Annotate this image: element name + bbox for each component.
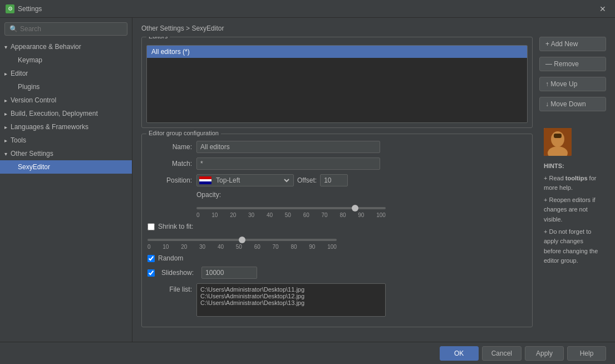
sidebar-item-sexy-editor[interactable]: SexyEditor xyxy=(0,160,132,174)
editors-list[interactable]: All editors (*) xyxy=(146,45,528,123)
right-section: + Add New — Remove ↑ Move Up ↓ Move Down xyxy=(539,37,606,333)
shrink-slider[interactable] xyxy=(147,239,337,241)
position-select[interactable]: Top-Left Top-Right Bottom-Left Bottom-Ri… xyxy=(214,176,291,185)
name-row: Name: xyxy=(147,141,527,153)
file-list-box[interactable]: C:\Users\Administrator\Desktop\11.jpg C:… xyxy=(196,283,386,317)
sidebar-item-label: Build, Execution, Deployment xyxy=(11,110,98,117)
left-section: Editors All editors (*) Editor group con… xyxy=(141,37,533,333)
sidebar-item-languages[interactable]: ▸ Languages & Frameworks xyxy=(0,120,132,134)
position-row: Position: xyxy=(147,174,527,186)
slideshow-input[interactable] xyxy=(201,267,257,279)
shrink-checkbox-row: Shrink to fit: xyxy=(147,223,193,230)
search-input[interactable] xyxy=(20,25,122,33)
expand-icon: ▸ xyxy=(4,111,7,117)
position-controls: Top-Left Top-Right Bottom-Left Bottom-Ri… xyxy=(196,174,348,186)
sidebar-item-label: Tools xyxy=(11,136,26,144)
help-button[interactable]: Help xyxy=(567,346,606,361)
file-list-item[interactable]: C:\Users\Administrator\Desktop\13.jpg xyxy=(200,299,382,306)
sidebar-item-appearance[interactable]: ▾ Appearance & Behavior xyxy=(0,40,132,53)
shrink-label[interactable]: Shrink to fit: xyxy=(158,223,193,230)
main-content: 🔍 ▾ Appearance & Behavior Keymap ▸ Edito… xyxy=(0,18,615,342)
slideshow-label[interactable]: Slideshow: xyxy=(161,269,194,277)
hints-avatar xyxy=(544,128,572,156)
file-list-item[interactable]: C:\Users\Administrator\Desktop\12.jpg xyxy=(200,293,382,299)
expand-icon: ▸ xyxy=(4,124,7,130)
sidebar-item-plugins[interactable]: Plugins xyxy=(0,80,132,94)
sidebar-item-tools[interactable]: ▸ Tools xyxy=(0,134,132,147)
expand-icon: ▾ xyxy=(4,151,7,157)
editors-group: Editors All editors (*) xyxy=(141,37,533,128)
offset-input[interactable] xyxy=(320,174,348,186)
add-new-button[interactable]: + Add New xyxy=(539,37,606,51)
expand-icon: ▸ xyxy=(4,137,7,144)
remove-button[interactable]: — Remove xyxy=(539,57,606,71)
main-panel: Other Settings > SexyEditor Editors All … xyxy=(132,18,615,342)
opacity-row: Opacity: 01020 304050 607080 90100 xyxy=(147,191,527,218)
match-label: Match: xyxy=(147,160,192,168)
expand-icon: ▸ xyxy=(4,71,7,77)
shrink-checkbox[interactable] xyxy=(147,223,155,230)
flag-icon xyxy=(199,176,211,184)
sidebar-item-label: Plugins xyxy=(18,83,40,91)
move-up-button[interactable]: ↑ Move Up xyxy=(539,77,606,91)
file-list-item[interactable]: C:\Users\Administrator\Desktop\11.jpg xyxy=(200,286,382,293)
shrink-tick-labels: 01020 304050 607080 90100 xyxy=(147,244,337,250)
hints-box: HINTS: + Read tooltips for more help. + … xyxy=(539,124,606,270)
match-input[interactable] xyxy=(196,158,380,170)
position-label: Position: xyxy=(147,176,192,184)
opacity-inner: Opacity: xyxy=(196,191,527,199)
window-title: Settings xyxy=(18,5,596,13)
opacity-label: Opacity: xyxy=(196,191,221,199)
name-input[interactable] xyxy=(196,141,380,153)
apply-button[interactable]: Apply xyxy=(525,346,564,361)
sidebar-item-label: SexyEditor xyxy=(18,163,50,171)
offset-label: Offset: xyxy=(297,176,317,184)
sidebar-item-label: Other Settings xyxy=(11,150,53,158)
svg-rect-0 xyxy=(199,176,211,179)
search-box[interactable]: 🔍 xyxy=(4,22,127,36)
shrink-slider-container: 01020 304050 607080 90100 xyxy=(147,235,337,250)
svg-rect-1 xyxy=(199,179,211,181)
sidebar-item-version-control[interactable]: ▸ Version Control xyxy=(0,94,132,107)
editor-item[interactable]: All editors (*) xyxy=(147,46,527,58)
opacity-tick-labels: 01020 304050 607080 90100 xyxy=(196,212,386,218)
sidebar-item-label: Appearance & Behavior xyxy=(11,43,81,51)
opacity-slider[interactable] xyxy=(196,207,386,209)
random-checkbox[interactable] xyxy=(147,255,155,262)
slideshow-row: Slideshow: xyxy=(147,267,527,279)
title-bar: ⚙ Settings ✕ xyxy=(0,0,615,18)
settings-window: ⚙ Settings ✕ 🔍 ▾ Appearance & Behavior K… xyxy=(0,0,615,364)
sidebar-item-label: Languages & Frameworks xyxy=(11,123,88,131)
hints-line-2: + Reopen editors if changes are not visi… xyxy=(544,195,602,225)
avatar-image xyxy=(544,128,572,156)
hints-line-3: + Do not forget to apply changes before … xyxy=(544,227,602,266)
config-group: Editor group configuration Name: Match: xyxy=(141,134,533,327)
sidebar-item-other-settings[interactable]: ▾ Other Settings xyxy=(0,147,132,160)
app-icon: ⚙ xyxy=(6,4,14,13)
cancel-button[interactable]: Cancel xyxy=(482,346,521,361)
position-select-wrapper[interactable]: Top-Left Top-Right Bottom-Left Bottom-Ri… xyxy=(196,174,294,186)
svg-rect-2 xyxy=(199,181,211,184)
sidebar: 🔍 ▾ Appearance & Behavior Keymap ▸ Edito… xyxy=(0,18,132,342)
sidebar-item-label: Version Control xyxy=(11,96,56,104)
file-list-label: File list: xyxy=(147,283,192,293)
search-icon: 🔍 xyxy=(9,25,18,33)
shrink-row: Shrink to fit: 01020 304050 607080 90100 xyxy=(147,223,527,250)
move-down-button[interactable]: ↓ Move Down xyxy=(539,97,606,111)
sidebar-item-label: Keymap xyxy=(18,56,42,64)
editors-group-label: Editors xyxy=(146,37,170,40)
sidebar-item-build[interactable]: ▸ Build, Execution, Deployment xyxy=(0,107,132,120)
expand-icon: ▸ xyxy=(4,97,7,104)
ok-button[interactable]: OK xyxy=(440,346,479,361)
slideshow-checkbox[interactable] xyxy=(147,269,155,277)
random-row: Random xyxy=(147,254,527,262)
bottom-bar: OK Cancel Apply Help xyxy=(0,342,615,364)
hints-title: HINTS: xyxy=(544,161,602,171)
close-button[interactable]: ✕ xyxy=(596,3,609,14)
random-label[interactable]: Random xyxy=(158,254,183,262)
sidebar-item-keymap[interactable]: Keymap xyxy=(0,53,132,67)
name-label: Name: xyxy=(147,143,192,151)
sidebar-item-editor[interactable]: ▸ Editor xyxy=(0,67,132,80)
flag-svg xyxy=(199,176,211,184)
config-group-label: Editor group configuration xyxy=(146,130,221,136)
